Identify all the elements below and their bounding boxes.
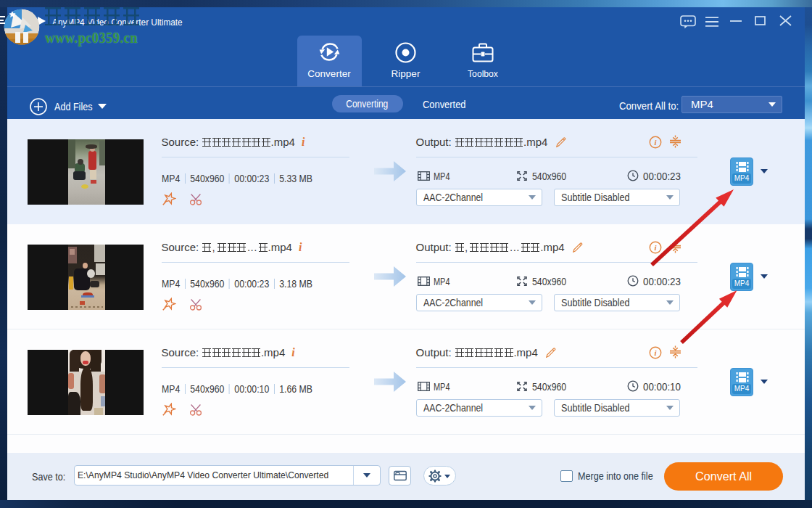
svg-text:i: i <box>654 138 657 147</box>
svg-text:i: i <box>654 243 657 252</box>
svg-text:i: i <box>654 348 657 357</box>
